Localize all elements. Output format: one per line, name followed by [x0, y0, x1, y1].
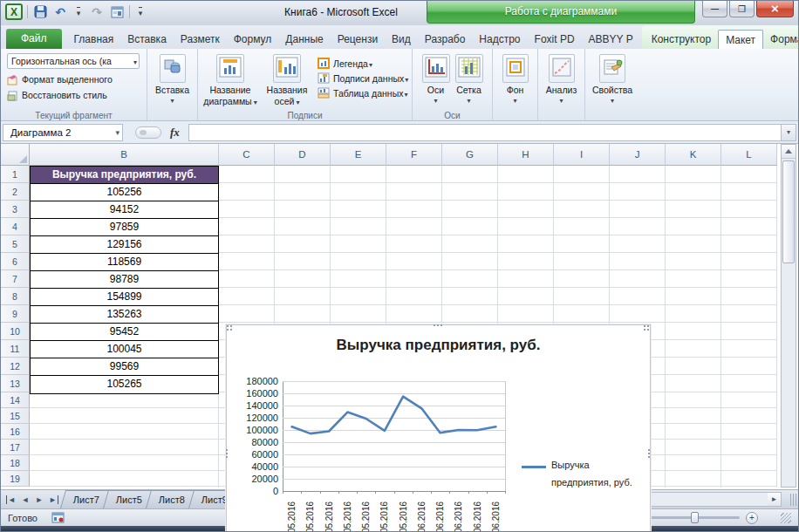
row-header[interactable]: 10	[1, 323, 30, 340]
column-header[interactable]: I	[554, 144, 610, 166]
data-table-button[interactable]: Таблица данных	[318, 87, 408, 99]
table-cell[interactable]: 95452	[31, 324, 218, 341]
line-series[interactable]	[283, 381, 505, 491]
row-header[interactable]: 18	[1, 455, 30, 471]
resize-grip[interactable]	[781, 513, 791, 523]
column-header[interactable]: H	[498, 144, 554, 166]
row-header[interactable]: 14	[1, 392, 30, 408]
insert-button[interactable]: Вставка	[150, 51, 195, 106]
column-header[interactable]: J	[610, 144, 666, 166]
row-header[interactable]: 3	[1, 201, 30, 218]
ribbon-tab[interactable]: Разрабо	[418, 30, 473, 49]
table-cell[interactable]: 97859	[31, 219, 218, 236]
row-header[interactable]: 19	[1, 471, 30, 487]
reset-style-button[interactable]: Восстановить стиль	[3, 87, 144, 103]
tab-split-handle[interactable]	[790, 494, 796, 506]
legend-button[interactable]: Легенда	[318, 58, 408, 69]
zoom-in-icon[interactable]: +	[746, 512, 758, 524]
row-header[interactable]: 13	[1, 375, 30, 392]
axes-button[interactable]: Оси	[422, 51, 450, 109]
maximize-button[interactable]	[729, 1, 755, 17]
analysis-button[interactable]: Анализ	[541, 51, 582, 106]
table-header-cell[interactable]: Выручка предприятия, руб.	[31, 167, 218, 184]
row-header[interactable]: 16	[1, 424, 30, 440]
file-tab[interactable]: Файл	[6, 29, 62, 49]
table-cell[interactable]: 105265	[31, 376, 218, 393]
select-all-corner[interactable]	[1, 144, 30, 166]
vertical-scroll-thumb[interactable]	[782, 160, 795, 263]
ribbon-tab[interactable]: Вид	[385, 30, 418, 49]
previous-sheet-icon[interactable]: ◄	[20, 495, 31, 504]
chart[interactable]: Выручка предприятия, руб. 18000016000014…	[226, 324, 651, 532]
table-cell[interactable]: 135263	[31, 306, 218, 324]
scroll-right-icon[interactable]: ►	[768, 493, 781, 506]
chart-handle[interactable]	[433, 324, 444, 328]
table-cell[interactable]: 100045	[31, 341, 218, 358]
table-cell[interactable]: 99569	[31, 358, 218, 376]
column-header[interactable]: F	[386, 144, 442, 166]
scroll-up-icon[interactable]	[782, 145, 796, 159]
ribbon-tab[interactable]: Формат	[763, 30, 799, 49]
table-cell[interactable]: 118569	[31, 254, 218, 271]
ribbon-tab[interactable]: ABBYY P	[582, 30, 640, 49]
ribbon-tab[interactable]: Вставка	[120, 30, 174, 49]
zoom-slider-thumb[interactable]	[691, 512, 699, 523]
chart-handle[interactable]	[647, 448, 652, 460]
minimize-button[interactable]	[702, 1, 727, 17]
row-header[interactable]: 15	[1, 408, 30, 424]
ribbon-tab[interactable]: Данные	[278, 30, 330, 49]
data-labels-button[interactable]: Подписи данных	[318, 72, 408, 84]
ribbon-tab[interactable]: Макет	[718, 30, 763, 49]
ribbon-tab[interactable]: Формул	[227, 30, 279, 49]
format-selection-button[interactable]: Формат выделенного	[3, 72, 144, 87]
column-header[interactable]: B	[30, 144, 219, 166]
legend-label[interactable]: Выручка предприятия, руб.	[551, 457, 647, 492]
chart-handle[interactable]	[225, 448, 229, 460]
ribbon-tab[interactable]: Конструктор	[645, 30, 718, 49]
table-cell[interactable]: 129156	[31, 236, 218, 254]
column-header[interactable]: G	[442, 144, 498, 166]
row-header[interactable]: 4	[1, 218, 30, 235]
zoom-slider-track[interactable]	[649, 516, 740, 519]
name-box[interactable]: Диаграмма 2	[3, 124, 123, 141]
formula-input[interactable]	[188, 124, 781, 141]
insert-function-icon[interactable]: fx	[170, 126, 180, 140]
table-cell[interactable]: 98789	[31, 271, 218, 289]
row-header[interactable]: 7	[1, 270, 30, 288]
chart-title-button[interactable]: Название диаграммы	[201, 51, 260, 109]
chart-element-selector[interactable]: Горизонтальная ось (ка	[7, 53, 140, 69]
last-sheet-icon[interactable]: ►	[48, 495, 58, 504]
first-sheet-icon[interactable]: ◄	[6, 495, 17, 504]
row-header[interactable]: 8	[1, 288, 30, 305]
macro-record-icon[interactable]	[51, 512, 65, 523]
next-sheet-icon[interactable]: ►	[34, 495, 44, 504]
properties-button[interactable]: Свойства	[588, 51, 637, 106]
gridlines-button[interactable]: Сетка	[455, 51, 483, 109]
ribbon-tab[interactable]: Главная	[67, 30, 121, 49]
chart-handle[interactable]	[643, 324, 651, 332]
row-header[interactable]: 2	[1, 183, 30, 201]
ribbon-tab[interactable]: Надстро	[472, 30, 527, 49]
row-header[interactable]: 1	[1, 166, 30, 183]
table-cell[interactable]: 94152	[31, 201, 218, 219]
table-cell[interactable]: 105256	[31, 184, 218, 201]
row-header[interactable]: 17	[1, 440, 30, 455]
vertical-scrollbar[interactable]	[781, 144, 796, 488]
column-header[interactable]: E	[331, 144, 386, 166]
row-header[interactable]: 9	[1, 305, 30, 323]
chart-handle[interactable]	[226, 324, 234, 332]
axis-titles-button[interactable]: Названия осей	[260, 51, 314, 109]
row-header[interactable]: 5	[1, 235, 30, 253]
column-header[interactable]: C	[219, 144, 275, 166]
column-header[interactable]: D	[275, 144, 331, 166]
row-header[interactable]: 11	[1, 340, 30, 358]
row-header[interactable]: 12	[1, 358, 30, 375]
column-header[interactable]: L	[721, 144, 777, 166]
ribbon-tab[interactable]: Рецензи	[331, 30, 385, 49]
table-cell[interactable]: 154899	[31, 289, 218, 306]
expand-formula-bar-icon[interactable]	[781, 124, 796, 141]
background-button[interactable]: Фон	[495, 51, 535, 106]
ribbon-tab[interactable]: Разметк	[174, 30, 227, 49]
column-header[interactable]: K	[666, 144, 721, 166]
ribbon-tab[interactable]: Foxit PD	[528, 30, 582, 49]
